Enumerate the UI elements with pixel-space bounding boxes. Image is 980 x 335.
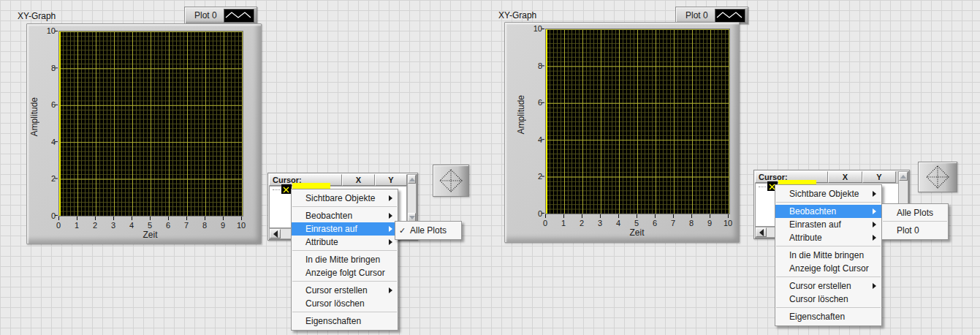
menu-item-label: Einrasten auf	[305, 224, 357, 234]
menu-item[interactable]: Eigenschaften	[775, 310, 881, 323]
submenu-arrow-icon	[389, 195, 392, 201]
plot-area[interactable]	[58, 31, 243, 217]
cursor-line[interactable]	[59, 31, 61, 216]
scroll-up-button[interactable]	[899, 172, 908, 181]
menu-item[interactable]: Cursor löschen	[775, 293, 881, 306]
x-tick-label: 9	[214, 221, 232, 230]
submenu-item[interactable]: ✓ Alle Plots	[395, 224, 461, 237]
x-tick-label: 1	[68, 221, 86, 230]
submenu-item-label: Alle Plots	[410, 225, 447, 236]
left-arrow-icon	[759, 229, 764, 236]
submenu-item-label: Plot 0	[897, 225, 919, 236]
submenu-arrow-icon	[389, 239, 392, 245]
menu-item[interactable]: In die Mitte bringen	[292, 253, 398, 266]
plot-legend-label: Plot 0	[194, 10, 224, 20]
plot-line-swatch-icon	[715, 9, 745, 23]
menu-item[interactable]: Einrasten auf	[775, 218, 881, 231]
x-tick-label: 10	[719, 219, 737, 227]
menu-item[interactable]: Sichtbare Objekte	[775, 187, 881, 200]
menu-item-label: In die Mitte bringen	[305, 255, 380, 265]
menu-item[interactable]: Anzeige folgt Cursor	[775, 262, 881, 275]
tree-expander-dots	[273, 189, 280, 190]
menu-item-label: Eigenschaften	[789, 312, 845, 322]
menu-item-label: Cursor erstellen	[305, 285, 368, 296]
menu-item[interactable]: Beobachten	[775, 205, 881, 218]
menu-separator	[776, 202, 881, 203]
menu-item[interactable]: In die Mitte bringen	[775, 249, 881, 262]
menu-item[interactable]: Attribute	[292, 236, 398, 249]
menu-item-label: Einrasten auf	[789, 219, 841, 230]
x-tick-label: 2	[86, 221, 104, 230]
submenu-item[interactable]: Alle Plots	[882, 206, 948, 219]
graph-title: XY-Graph	[498, 10, 536, 20]
submenu-item-label: Alle Plots	[897, 208, 933, 218]
left-arrow-icon	[273, 230, 278, 238]
x-tick-label: 0	[50, 221, 67, 230]
menu-item-label: Cursor erstellen	[789, 281, 851, 291]
scroll-left-button[interactable]	[756, 227, 767, 237]
vertical-scrollbar[interactable]	[407, 174, 417, 222]
menu-item-label: Beobachten	[305, 211, 352, 221]
x-tick-label: 5	[628, 219, 645, 227]
context-menu: Sichtbare Objekte Beobachten Einrasten a…	[291, 189, 398, 331]
cursor-marker-icon[interactable]	[281, 184, 292, 194]
up-arrow-icon	[900, 175, 906, 178]
x-tick-label: 8	[196, 221, 213, 230]
cursor-line[interactable]	[546, 29, 547, 214]
submenu: Alle Plots Plot 0	[881, 203, 949, 240]
submenu-item[interactable]: Plot 0	[882, 224, 948, 237]
xy-graph-panel-left: XY-Graph Plot 0 1086420 012345678910 Amp…	[0, 0, 482, 335]
y-tick-marks	[55, 31, 58, 216]
menu-item[interactable]: Einrasten auf	[292, 222, 398, 236]
menu-separator	[776, 246, 881, 246]
menu-item[interactable]: Sichtbare Objekte	[292, 192, 398, 205]
menu-item[interactable]: Cursor löschen	[292, 297, 398, 310]
plot-legend[interactable]: Plot 0	[184, 7, 257, 24]
plot-area[interactable]	[545, 29, 730, 214]
move-cursor-button[interactable]	[918, 162, 957, 192]
context-menu: Sichtbare Objekte Beobachten Einrasten a…	[775, 184, 882, 326]
submenu-arrow-icon	[389, 213, 392, 219]
menu-item[interactable]: Beobachten	[292, 209, 398, 222]
x-tick-label: 10	[232, 221, 250, 230]
x-tick-label: 3	[105, 221, 122, 230]
submenu-arrow-icon	[873, 222, 876, 227]
x-axis-label: Zeit	[58, 230, 242, 240]
x-tick-label: 2	[573, 219, 590, 227]
menu-item[interactable]: Attribute	[775, 231, 881, 244]
x-axis-ticks: 012345678910	[536, 219, 737, 227]
menu-separator	[292, 312, 397, 312]
menu-item-label: Anzeige folgt Cursor	[305, 268, 385, 278]
scroll-left-button[interactable]	[270, 229, 281, 238]
x-tick-label: 4	[123, 221, 140, 230]
y-tick-marks	[542, 29, 544, 214]
menu-separator	[292, 281, 397, 282]
x-tick-label: 4	[609, 219, 627, 227]
x-tick-label: 7	[178, 221, 195, 230]
x-tick-label: 8	[683, 219, 700, 227]
y-axis-label: Amplitude	[516, 95, 526, 134]
menu-item[interactable]: Cursor erstellen	[292, 284, 398, 297]
menu-item-label: In die Mitte bringen	[789, 250, 864, 260]
submenu-arrow-icon	[389, 226, 392, 232]
tree-expander-dots	[759, 187, 766, 187]
menu-item[interactable]: Cursor erstellen	[775, 279, 881, 293]
menu-item[interactable]: Anzeige folgt Cursor	[292, 266, 398, 279]
submenu-arrow-icon	[873, 191, 876, 197]
down-arrow-icon	[409, 216, 415, 219]
menu-separator	[292, 206, 397, 207]
menu-item[interactable]: Eigenschaften	[292, 315, 398, 328]
menu-separator	[776, 307, 881, 308]
up-arrow-icon	[409, 178, 415, 181]
move-cursor-button[interactable]	[433, 165, 469, 197]
menu-item-label: Eigenschaften	[305, 316, 361, 326]
xy-graph-panel-right: XY-Graph Plot 0 1086420 012345678910 Amp…	[482, 0, 980, 335]
submenu-arrow-icon	[873, 283, 876, 289]
x-axis-ticks: 012345678910	[50, 221, 250, 230]
diamond-cross-icon	[924, 164, 951, 190]
menu-item-label: Beobachten	[789, 206, 836, 217]
submenu-arrow-icon	[389, 287, 392, 293]
graph-title: XY-Graph	[18, 11, 56, 21]
y-axis-label: Amplitude	[29, 97, 39, 136]
scroll-up-button[interactable]	[408, 175, 416, 184]
